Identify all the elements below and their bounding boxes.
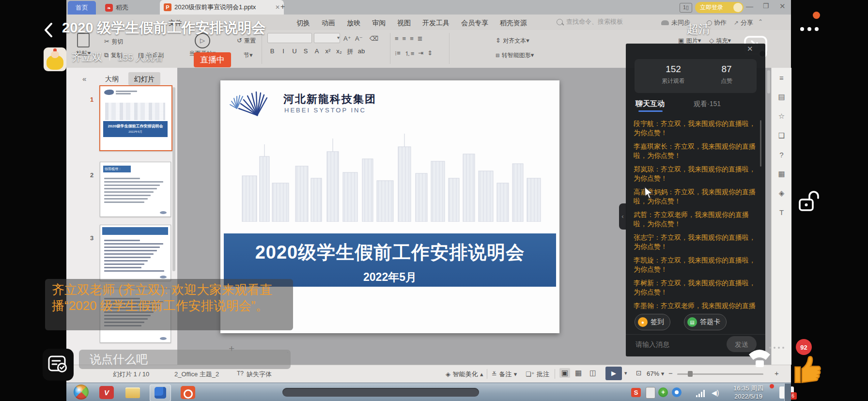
- right-strip-icon[interactable]: ≡: [776, 74, 788, 82]
- right-strip-icon[interactable]: ❑: [776, 131, 788, 140]
- indent-icon[interactable]: ⇥: [418, 49, 423, 58]
- canvas-scrollbar[interactable]: [767, 70, 770, 93]
- panel-tab-outline[interactable]: 大纲: [105, 75, 119, 84]
- zoom-out-button[interactable]: −: [668, 369, 673, 377]
- number-list-icon[interactable]: ⒈≡: [404, 49, 415, 58]
- window-close-button[interactable]: ✕: [779, 2, 786, 11]
- taskbar-window-bar[interactable]: [282, 388, 479, 397]
- font-style-button[interactable]: ab: [356, 47, 366, 56]
- new-tab-button[interactable]: +: [280, 2, 285, 11]
- tray-network-icon[interactable]: [696, 389, 707, 397]
- share-button[interactable]: ↗ 分享: [734, 18, 753, 27]
- right-strip-icon[interactable]: ▦: [776, 170, 788, 178]
- view-normal-icon[interactable]: ▣: [559, 368, 570, 378]
- cut-button[interactable]: ✂ 剪切: [104, 37, 123, 46]
- tab-file-active[interactable]: P 2020级假前事宜说明会1.pptx ✕: [160, 0, 284, 15]
- fit-window-icon[interactable]: ⊡: [636, 369, 642, 377]
- tab-chat-interaction[interactable]: 聊天互动: [636, 99, 665, 108]
- more-dots-icon[interactable]: [769, 347, 784, 349]
- chat-close-icon[interactable]: ✕: [747, 45, 753, 53]
- start-button[interactable]: [74, 385, 89, 400]
- smart-graphic-button[interactable]: ⧈ 转智能图形▾: [496, 50, 534, 60]
- more-menu-icon[interactable]: [800, 27, 819, 31]
- right-strip-icon[interactable]: ◈: [776, 189, 788, 198]
- menu-item[interactable]: 动画: [322, 19, 335, 28]
- status-theme[interactable]: 2_Office 主题_2: [174, 370, 219, 379]
- window-minimize-button[interactable]: —: [746, 2, 753, 10]
- slide-thumbnail-3[interactable]: [100, 225, 171, 281]
- font-style-button[interactable]: x²: [323, 47, 333, 56]
- stream-quality-button[interactable]: 超清: [687, 21, 710, 37]
- notes-button[interactable]: ≚ 备注 ▾: [492, 370, 517, 379]
- align-buttons-row2[interactable]: ⁝≡⒈≡⇥⇕: [395, 49, 433, 58]
- panel-tab-slides[interactable]: 幻灯片: [128, 72, 160, 85]
- view-reading-icon[interactable]: ◫: [589, 369, 596, 377]
- tab-watchers[interactable]: 观看·151: [694, 100, 721, 108]
- sign-in-button[interactable]: ● 签到: [635, 314, 670, 330]
- clock[interactable]: 16:35 周四 2022/5/19: [726, 384, 771, 400]
- tray-volume-icon[interactable]: ◀): [712, 389, 719, 397]
- answer-card-button[interactable]: ▤ 答题卡: [684, 314, 727, 330]
- clear-format-button[interactable]: ⌫: [370, 34, 378, 43]
- beautify-button[interactable]: ◈ 智能美化 ▴: [446, 370, 483, 379]
- taskbar-app-1[interactable]: V: [99, 386, 114, 399]
- align-right-icon[interactable]: ≡: [410, 35, 414, 42]
- tray-sogou-icon[interactable]: S: [631, 388, 641, 397]
- align-text-button[interactable]: ⇕ 对齐文本▾: [496, 36, 529, 45]
- tab-docer[interactable]: ❧ 稻壳: [101, 1, 149, 15]
- chat-scrollbar[interactable]: [760, 120, 761, 167]
- zoom-level[interactable]: 67% ▾: [647, 370, 664, 377]
- status-missing-font[interactable]: 缺失字体: [247, 370, 272, 379]
- slideshow-play-button[interactable]: ▶: [605, 367, 622, 380]
- tab-home[interactable]: 首页: [68, 1, 96, 15]
- comment-panel-button[interactable]: [43, 349, 74, 381]
- tray-circle-icon[interactable]: [672, 387, 682, 397]
- slide-thumbnail-1[interactable]: 2020级学生假前工作安排说明会 2022年5月: [99, 85, 172, 151]
- slide-thumbnail-2[interactable]: 假前梳理：: [100, 162, 171, 217]
- command-search[interactable]: 查找命令、搜索模板: [557, 17, 623, 26]
- font-style-button[interactable]: S: [301, 47, 310, 56]
- unlock-button[interactable]: [796, 189, 821, 216]
- comment-input[interactable]: 说点什么吧: [79, 350, 291, 369]
- zoom-slider-knob[interactable]: [688, 371, 693, 377]
- taskbar-app-2[interactable]: [181, 386, 195, 399]
- tray-clipboard-icon[interactable]: [646, 387, 655, 399]
- sync-status[interactable]: 未同步: [661, 18, 690, 27]
- login-button[interactable]: 立即登录: [695, 2, 744, 13]
- menu-item[interactable]: 开发工具: [422, 19, 450, 28]
- device-icon[interactable]: 1▯: [680, 3, 692, 13]
- font-style-button[interactable]: x₂: [334, 47, 344, 56]
- menu-item[interactable]: 放映: [347, 19, 360, 28]
- bullet-list-icon[interactable]: ⁝≡: [395, 49, 401, 58]
- right-strip-icon[interactable]: ☆: [776, 112, 788, 121]
- comments-button[interactable]: ❏⁺ 批注: [526, 370, 549, 379]
- align-buttons-row1[interactable]: ≡≡≡≣: [395, 35, 423, 42]
- taskbar-app-folder[interactable]: [125, 387, 140, 398]
- align-left-icon[interactable]: ≡: [395, 35, 399, 42]
- panel-collapse-icon[interactable]: «: [82, 75, 86, 83]
- right-strip-icon[interactable]: ▤: [776, 93, 788, 101]
- back-button[interactable]: [42, 21, 55, 39]
- font-style-button[interactable]: U: [290, 47, 299, 56]
- right-strip-icon[interactable]: T: [776, 208, 788, 216]
- streamer-avatar[interactable]: [44, 47, 66, 71]
- window-restore-button[interactable]: ❐: [763, 2, 769, 10]
- thumbs-up-button[interactable]: [788, 350, 824, 386]
- chat-input-placeholder[interactable]: 请输入消息: [636, 340, 669, 349]
- font-shrink-button[interactable]: A⁻: [355, 34, 363, 43]
- ribbon-collapse-icon[interactable]: ⌃: [758, 18, 763, 25]
- font-style-button[interactable]: A: [312, 47, 322, 56]
- right-strip-icon[interactable]: ?: [776, 151, 788, 159]
- tray-shield-icon[interactable]: +: [658, 387, 668, 397]
- align-center-icon[interactable]: ≡: [403, 35, 406, 42]
- font-style-button[interactable]: B: [267, 47, 277, 56]
- linespace-icon[interactable]: ⇕: [427, 49, 433, 58]
- font-size-select[interactable]: ▾: [314, 33, 340, 43]
- menu-item[interactable]: 会员专享: [461, 19, 488, 28]
- thumbnail-scrollbar[interactable]: [172, 87, 175, 271]
- zoom-in-button[interactable]: +: [775, 369, 779, 377]
- font-style-button[interactable]: I: [279, 47, 288, 56]
- font-name-select[interactable]: [267, 33, 312, 43]
- menu-item[interactable]: 切换: [296, 19, 310, 28]
- chat-collapse-handle[interactable]: ‹: [619, 203, 626, 230]
